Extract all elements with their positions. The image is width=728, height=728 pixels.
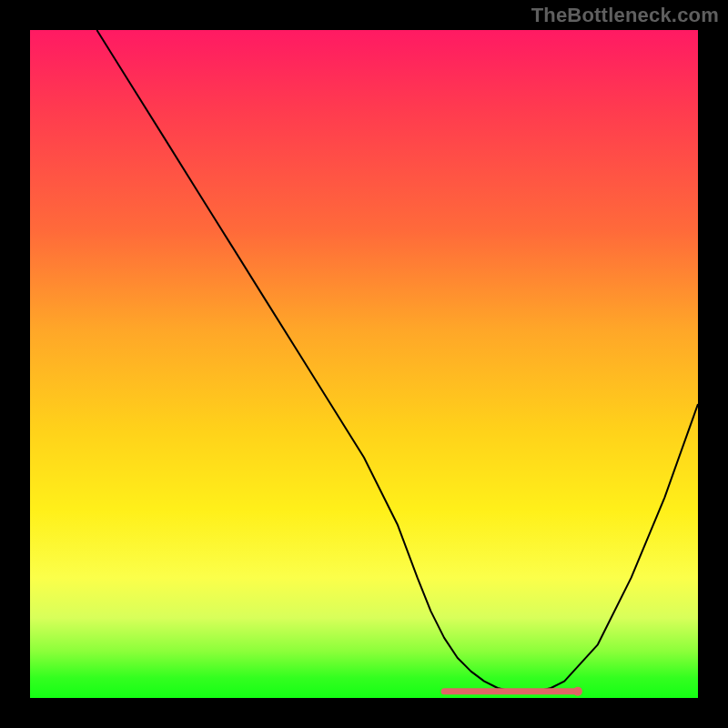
bottleneck-curve (96, 30, 698, 692)
attribution-text: TheBottleneck.com (531, 4, 719, 27)
optimal-band-end-dot (573, 687, 582, 696)
chart-overlay (30, 30, 698, 698)
chart-frame: TheBottleneck.com (0, 0, 728, 728)
plot-area (30, 30, 698, 698)
